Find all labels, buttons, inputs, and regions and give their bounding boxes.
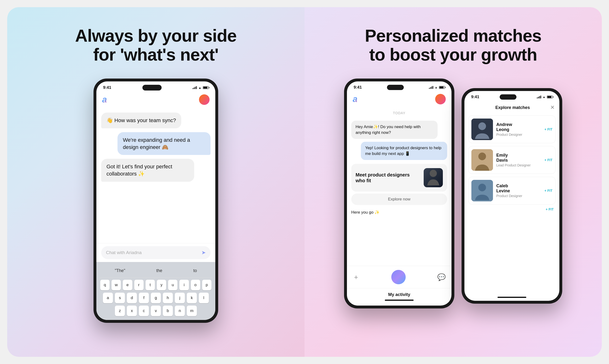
close-button[interactable]: ✕ xyxy=(550,104,554,111)
today-label: TODAY xyxy=(351,111,447,115)
right-phone-2: 9:41 ▲ xyxy=(462,88,562,304)
explore-title: Explore matches xyxy=(495,105,530,110)
key-u[interactable]: u xyxy=(168,280,178,290)
right2-battery-icon xyxy=(547,96,553,98)
right2-wifi-icon: ▲ xyxy=(543,95,545,99)
key-h[interactable]: h xyxy=(163,293,173,303)
key-y[interactable]: y xyxy=(157,280,166,290)
match-role-emily: Lead Product Designer xyxy=(496,163,541,167)
keyboard-row-3: z x c v b n m xyxy=(100,306,211,316)
chat-icon[interactable]: 💬 xyxy=(437,273,446,281)
svg-point-2 xyxy=(478,122,486,130)
left-time: 9:41 xyxy=(103,85,111,90)
key-i[interactable]: i xyxy=(179,280,189,290)
right1-messages: TODAY Hey Amie✨! Do you need help with a… xyxy=(347,108,452,266)
right1-bubble-1: Hey Amie✨! Do you need help with anythin… xyxy=(351,121,438,139)
match-card-caleb[interactable]: CalebLevine Product Designer + FIT xyxy=(468,177,555,205)
keyboard: "The" the to q w e r t y u xyxy=(97,262,215,320)
fit-label-andrew: FIT xyxy=(547,127,553,131)
chat-placeholder: Chat with Ariadna xyxy=(106,250,142,255)
chat-input-bar[interactable]: Chat with Ariadna ➤ xyxy=(101,246,210,259)
match-card-andrew[interactable]: AndrewLeong Product Designer + FIT xyxy=(468,116,555,143)
right-headline-line2: to boost your growth xyxy=(369,45,537,64)
fit-plus-icon: + xyxy=(544,127,546,131)
match-info-caleb: CalebLevine Product Designer xyxy=(496,183,541,198)
match-name-caleb: CalebLevine xyxy=(496,183,541,194)
here-you-go-text: Here you go ✨ xyxy=(351,210,447,215)
key-d[interactable]: d xyxy=(127,293,137,303)
fit-badge-emily: + FIT xyxy=(544,158,553,162)
key-z[interactable]: z xyxy=(115,306,125,316)
right1-app-logo: a xyxy=(353,94,357,104)
match-name-emily: EmilyDavis xyxy=(496,153,541,163)
my-activity-bar[interactable]: My activity xyxy=(347,288,452,306)
key-x[interactable]: x xyxy=(127,306,137,316)
key-n[interactable]: n xyxy=(175,306,185,316)
left-status-bar: 9:41 ▲ xyxy=(97,81,215,92)
key-w[interactable]: w xyxy=(111,280,121,290)
key-p[interactable]: p xyxy=(202,280,211,290)
key-c[interactable]: c xyxy=(139,306,149,316)
fit-label-emily: FIT xyxy=(547,158,553,162)
key-k[interactable]: k xyxy=(187,293,197,303)
right2-status-bar: 9:41 ▲ xyxy=(464,91,559,102)
key-e[interactable]: e xyxy=(123,280,132,290)
keyboard-suggestions: "The" the to xyxy=(99,264,212,278)
key-a[interactable]: a xyxy=(103,293,113,303)
chat-messages: 👋 How was your team sync? We're expandin… xyxy=(97,109,215,243)
send-icon[interactable]: ➤ xyxy=(201,249,206,256)
key-g[interactable]: g xyxy=(151,293,161,303)
app-logo: a xyxy=(102,95,107,105)
chat-header: a xyxy=(97,92,215,109)
suggestion-2[interactable]: the xyxy=(152,266,166,275)
right2-dynamic-island xyxy=(500,94,516,100)
key-r[interactable]: r xyxy=(134,280,144,290)
right1-dynamic-island xyxy=(387,85,404,90)
match-info-andrew: AndrewLeong Product Designer xyxy=(496,122,541,136)
match-card-emily[interactable]: EmilyDavis Lead Product Designer + FIT xyxy=(468,146,555,174)
key-j[interactable]: j xyxy=(175,293,185,303)
svg-point-0 xyxy=(430,170,437,177)
chat-input-area: Chat with Ariadna ➤ xyxy=(97,243,215,262)
right1-signal-icon xyxy=(429,86,433,89)
fit-label-caleb: FIT xyxy=(547,189,553,193)
key-o[interactable]: o xyxy=(191,280,200,290)
right2-time: 9:41 xyxy=(471,95,479,99)
key-m[interactable]: m xyxy=(187,306,197,316)
signal-icon xyxy=(193,86,197,89)
key-s[interactable]: s xyxy=(115,293,125,303)
right-headline-line1: Personalized matches xyxy=(365,26,541,45)
match-info-emily: EmilyDavis Lead Product Designer xyxy=(496,153,541,167)
keyboard-row-2: a s d f g h j k l xyxy=(100,293,211,303)
right-headline: Personalized matches to boost your growt… xyxy=(365,26,541,64)
right-phone-2-inner: 9:41 ▲ xyxy=(464,91,559,301)
key-l[interactable]: l xyxy=(199,293,209,303)
right-phones-container: 9:41 ▲ xyxy=(344,78,562,308)
right1-bubble-2: Yep! Looking for product designers to he… xyxy=(361,142,447,160)
right2-signal-icon xyxy=(537,96,541,98)
left-phone-inner: 9:41 ▲ a xyxy=(97,81,215,320)
match-image-andrew xyxy=(471,118,493,140)
key-q[interactable]: q xyxy=(100,280,110,290)
explore-now-button[interactable]: Explore now xyxy=(351,194,447,205)
key-v[interactable]: v xyxy=(151,306,161,316)
suggestion-1[interactable]: "The" xyxy=(111,266,129,275)
meet-card: Meet product designers who fit Explore xyxy=(351,163,447,205)
match-role-andrew: Product Designer xyxy=(496,133,541,136)
fit-badge-andrew: + FIT xyxy=(544,127,553,131)
suggestion-3[interactable]: to xyxy=(189,266,201,275)
key-t[interactable]: t xyxy=(146,280,155,290)
left-status-icons: ▲ xyxy=(193,86,208,90)
key-b[interactable]: b xyxy=(163,306,173,316)
right-panel: Personalized matches to boost your growt… xyxy=(304,7,602,357)
match-image-emily xyxy=(471,149,493,171)
fit-badge-caleb: + FIT xyxy=(544,189,553,193)
key-f[interactable]: f xyxy=(139,293,149,303)
match-name-andrew: AndrewLeong xyxy=(496,122,541,132)
plus-icon[interactable]: ＋ xyxy=(353,273,360,282)
user-avatar xyxy=(199,94,209,105)
right1-battery-icon xyxy=(439,86,445,89)
keyboard-row-1: q w e r t y u i o p xyxy=(100,280,211,290)
voice-orb[interactable] xyxy=(391,270,406,284)
fit-plus-icon-emily: + xyxy=(544,158,546,162)
